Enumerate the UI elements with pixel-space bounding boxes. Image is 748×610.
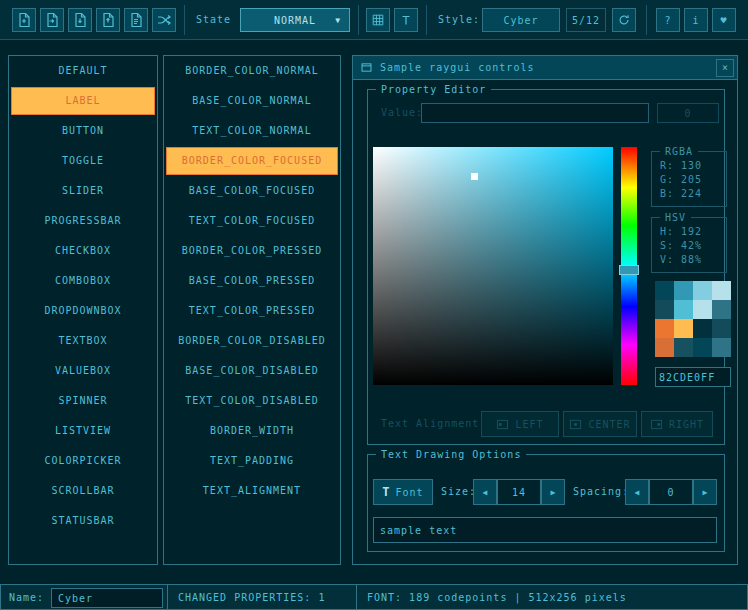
property-list-item[interactable]: TEXT_ALIGNMENT: [167, 476, 337, 506]
state-dropdown[interactable]: NORMAL ▼: [240, 8, 350, 32]
palette-color[interactable]: [674, 300, 693, 319]
palette-color[interactable]: [655, 338, 674, 357]
palette-color[interactable]: [674, 319, 693, 338]
sample-text-input[interactable]: sample text: [373, 517, 717, 543]
toolbar-separator: [184, 5, 185, 35]
size-decrease-button[interactable]: ◀: [473, 479, 497, 505]
control-list-item[interactable]: COMBOBOX: [12, 266, 154, 296]
property-list-item[interactable]: TEXT_PADDING: [167, 446, 337, 476]
property-list-item[interactable]: BORDER_WIDTH: [167, 416, 337, 446]
name-label: Name:: [9, 588, 44, 608]
hsv-group: HSV H: 192 S: 42% V: 88%: [651, 217, 727, 273]
property-list-item[interactable]: TEXT_COLOR_PRESSED: [167, 296, 337, 326]
property-list-item[interactable]: BASE_COLOR_NORMAL: [167, 86, 337, 116]
window-close-button[interactable]: ×: [716, 59, 734, 77]
help-button[interactable]: ?: [656, 8, 680, 32]
property-list-item[interactable]: BORDER_COLOR_DISABLED: [167, 326, 337, 356]
hsv-value-value: V: 88%: [660, 253, 702, 267]
control-list-item[interactable]: DEFAULT: [12, 56, 154, 86]
statusbar-font-cell: FONT: 189 codepoints | 512x256 pixels: [356, 584, 748, 610]
file-export-icon: [100, 12, 116, 28]
export-code-button[interactable]: [124, 8, 148, 32]
control-list-item[interactable]: SCROLLBAR: [12, 476, 154, 506]
shuffle-icon: [156, 12, 172, 28]
export-style-button[interactable]: [96, 8, 120, 32]
control-list-item[interactable]: TEXTBOX: [12, 326, 154, 356]
property-list-item[interactable]: BORDER_COLOR_PRESSED: [167, 236, 337, 266]
color-picker-marker[interactable]: [471, 173, 478, 180]
toolbar-separator: [426, 5, 427, 35]
rguistyler-app: State NORMAL ▼ Style: Cyber 5/12: [0, 0, 748, 610]
spacing-value-box[interactable]: 0: [649, 479, 693, 505]
palette-color[interactable]: [712, 300, 731, 319]
palette-color[interactable]: [693, 319, 712, 338]
random-style-button[interactable]: [152, 8, 176, 32]
control-list-item[interactable]: COLORPICKER: [12, 446, 154, 476]
style-dropdown[interactable]: Cyber: [482, 8, 560, 32]
property-list-item[interactable]: TEXT_COLOR_DISABLED: [167, 386, 337, 416]
property-list-item[interactable]: BASE_COLOR_DISABLED: [167, 356, 337, 386]
control-list-item[interactable]: STATUSBAR: [12, 506, 154, 536]
palette-color[interactable]: [712, 338, 731, 357]
control-list-item[interactable]: BUTTON: [12, 116, 154, 146]
property-list-item[interactable]: TEXT_COLOR_NORMAL: [167, 116, 337, 146]
reload-icon: [617, 13, 631, 27]
heart-icon: ♥: [720, 15, 727, 26]
file-save-icon: [72, 12, 88, 28]
size-value-box[interactable]: 14: [497, 479, 541, 505]
reload-style-button[interactable]: [612, 8, 636, 32]
align-right-toggle[interactable]: RIGHT: [641, 411, 713, 437]
save-style-button[interactable]: [68, 8, 92, 32]
size-label: Size:: [441, 482, 476, 502]
style-table-button[interactable]: [366, 8, 390, 32]
load-style-button[interactable]: [40, 8, 64, 32]
property-list-item-selected[interactable]: BORDER_COLOR_FOCUSED: [166, 147, 338, 175]
palette-color[interactable]: [693, 338, 712, 357]
palette-color[interactable]: [712, 319, 731, 338]
about-button[interactable]: i: [684, 8, 708, 32]
control-list-item[interactable]: DROPDOWNBOX: [12, 296, 154, 326]
property-list-item[interactable]: BASE_COLOR_FOCUSED: [167, 176, 337, 206]
control-list-item-selected[interactable]: LABEL: [11, 87, 155, 115]
control-list-item[interactable]: CHECKBOX: [12, 236, 154, 266]
palette-color[interactable]: [655, 300, 674, 319]
hex-color-value: 82CDE0FF: [659, 372, 715, 383]
size-increase-button[interactable]: ▶: [541, 479, 565, 505]
window-titlebar[interactable]: Sample raygui controls: [353, 56, 737, 80]
control-list-item[interactable]: TOGGLE: [12, 146, 154, 176]
control-list-item[interactable]: LISTVIEW: [12, 416, 154, 446]
property-list-item[interactable]: BASE_COLOR_PRESSED: [167, 266, 337, 296]
new-style-button[interactable]: [12, 8, 36, 32]
palette-color[interactable]: [693, 300, 712, 319]
control-list-item[interactable]: SLIDER: [12, 176, 154, 206]
hex-color-input[interactable]: 82CDE0FF: [655, 367, 731, 387]
hue-slider-handle[interactable]: [619, 265, 639, 275]
align-center-toggle[interactable]: CENTER: [563, 411, 637, 437]
palette-color[interactable]: [655, 281, 674, 300]
property-list-item[interactable]: TEXT_COLOR_FOCUSED: [167, 206, 337, 236]
align-left-toggle[interactable]: LEFT: [481, 411, 559, 437]
style-dropdown-value: Cyber: [503, 15, 538, 26]
style-name-input[interactable]: Cyber: [51, 588, 163, 608]
palette-color[interactable]: [674, 338, 693, 357]
sponsor-button[interactable]: ♥: [712, 8, 736, 32]
spacing-decrease-button[interactable]: ◀: [625, 479, 649, 505]
text-alignment-label: Text Alignment:: [381, 414, 486, 434]
value-spinner[interactable]: 0: [657, 103, 719, 123]
font-editor-button[interactable]: [394, 8, 418, 32]
hue-bar[interactable]: [621, 147, 637, 385]
control-list-item[interactable]: PROGRESSBAR: [12, 206, 154, 236]
font-button[interactable]: T Font: [373, 479, 433, 505]
property-editor-group-label: Property Editor: [376, 82, 491, 97]
palette-color[interactable]: [712, 281, 731, 300]
spacing-increase-button[interactable]: ▶: [693, 479, 717, 505]
property-list-item[interactable]: BORDER_COLOR_NORMAL: [167, 56, 337, 86]
color-picker-area[interactable]: [373, 147, 613, 385]
control-list-item[interactable]: VALUEBOX: [12, 356, 154, 386]
value-input[interactable]: [421, 103, 649, 123]
palette-color[interactable]: [674, 281, 693, 300]
palette-color[interactable]: [655, 319, 674, 338]
rgba-red-value: R: 130: [660, 159, 702, 173]
control-list-item[interactable]: SPINNER: [12, 386, 154, 416]
palette-color[interactable]: [693, 281, 712, 300]
